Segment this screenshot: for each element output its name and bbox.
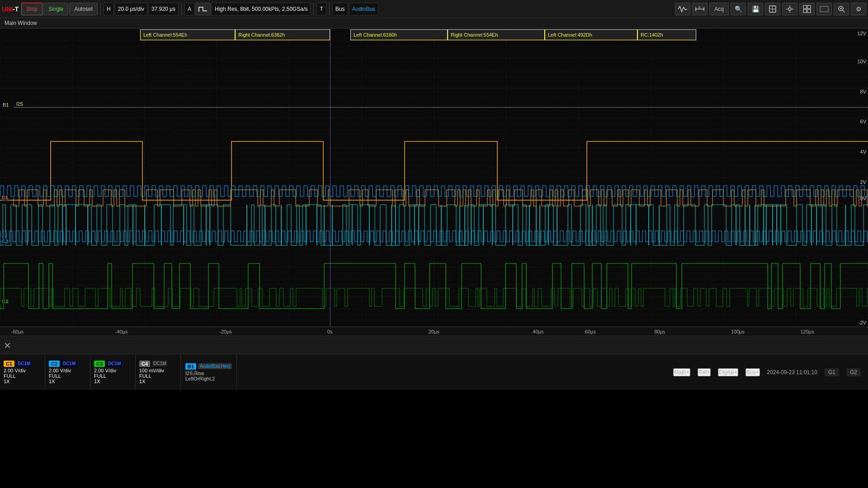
svg-line-18 <box>843 10 844 12</box>
bus-horizontal-line <box>14 107 868 108</box>
c2-info-box[interactable]: C2 DC1M 2.00 V/div FULL 1X <box>45 354 90 390</box>
zoom-in-icon[interactable] <box>834 3 849 15</box>
c4-probe: 1X <box>139 379 145 384</box>
bus-segment: Right Channel:6362h <box>235 29 330 40</box>
autoset-button[interactable]: Autoset <box>69 3 98 15</box>
time-tick-neg60: -60μs <box>11 329 24 334</box>
c1-info-box[interactable]: C1 DC1M 2.00 V/div FULL 1X <box>0 354 45 390</box>
measure-icon[interactable]: M <box>692 3 708 15</box>
time-tick-100: 100μs <box>731 329 745 334</box>
svg-point-7 <box>788 8 791 10</box>
separator-2 <box>181 3 182 15</box>
waveform-icon[interactable] <box>675 3 690 15</box>
time-tick-60: 60μs <box>585 329 596 334</box>
svg-rect-15 <box>807 9 811 13</box>
settings-icon[interactable]: ⚙ <box>851 3 866 15</box>
c3-volt-div: 2.00 V/div <box>94 368 116 373</box>
c3-coupling: DC1M <box>107 361 122 366</box>
bus-label: Bus <box>332 3 348 15</box>
toolbar: UNI-T Stop Single Autoset H 20.0 μs/div … <box>0 0 868 18</box>
svg-text:M: M <box>698 6 700 9</box>
time-tick-neg40: -40μs <box>115 329 128 334</box>
v-scale-8: 8V <box>860 89 866 94</box>
svg-rect-14 <box>803 9 807 13</box>
c1-volt-div: 2.00 V/div <box>4 368 26 373</box>
bottom-status-bar: ⨯ <box>0 336 868 354</box>
time-tick-120: 120μs <box>800 329 814 334</box>
cursor-icon[interactable] <box>765 3 780 15</box>
v-scale-6: 6V <box>860 119 866 124</box>
bus-name-value[interactable]: AudioBus <box>349 3 378 15</box>
single-button[interactable]: Single <box>43 3 68 15</box>
v-scale-10: 10V <box>857 59 866 64</box>
c3-tag: C3 <box>94 361 105 367</box>
main-window-label: Main Window <box>0 18 868 28</box>
c1-coupling: DC1M <box>16 361 32 366</box>
c3-info-box[interactable]: C3 DC1M 2.00 V/div FULL 1X <box>90 354 136 390</box>
right-info: Math+ Ref+ Digital+ Bus+ 2024-09-23 11:0… <box>673 354 868 390</box>
a-label: A <box>184 3 194 15</box>
brand-logo: UNI-T <box>2 5 19 13</box>
c4-info-box[interactable]: C4 DC1M 100 mV/div FULL 1X <box>136 354 181 390</box>
separator-4 <box>329 3 330 15</box>
h-label: H <box>104 3 114 15</box>
digital-plus-button[interactable]: Digital+ <box>718 368 738 376</box>
c4-range: FULL <box>139 373 151 379</box>
c2-tag: C2 <box>49 361 60 367</box>
save-icon[interactable]: 💾 <box>748 3 763 15</box>
ref-plus-button[interactable]: Ref+ <box>698 368 711 376</box>
brand-highlight: UNI <box>2 5 13 13</box>
trigger-shape-icon[interactable] <box>195 3 211 15</box>
b1-info-box[interactable]: B1 AudioBus(Hex) I2S,Rise LeftOrRight,2 <box>181 354 237 390</box>
c1-scope-label: C1 <box>2 195 8 200</box>
c3-range: FULL <box>94 373 106 379</box>
channel-info-bar: C1 DC1M 2.00 V/div FULL 1X C2 DC1M 2.00 … <box>0 354 868 390</box>
b1-config: LeftOrRight,2 <box>185 376 232 381</box>
g2-label[interactable]: G2 <box>846 368 861 376</box>
separator-3 <box>313 3 314 15</box>
bus-segment: Right Channel:554Eh <box>448 29 545 40</box>
b1-protocol: I2S,Rise <box>185 371 232 376</box>
c2-scope-label: C2 <box>2 239 8 244</box>
wave-canvas <box>0 28 868 327</box>
v-scale-0: 0V <box>860 196 866 201</box>
math-plus-button[interactable]: Math+ <box>673 368 690 376</box>
acq-button[interactable]: Acq <box>709 3 729 15</box>
c2-volt-div: 2.00 V/div <box>49 368 71 373</box>
v-scale-12: 12V <box>857 31 866 36</box>
bus-segment: RC:1402h <box>637 29 696 40</box>
i2s-label: I2S <box>16 102 23 107</box>
time-offset-value[interactable]: 37.920 μs <box>148 3 179 15</box>
layout-icon[interactable] <box>799 3 815 15</box>
toolbar-right: M Acq 🔍 💾 <box>675 3 866 15</box>
acq-mode-value[interactable]: High Res, 8bit, 500.00kPts, 2.50GSa/s <box>212 3 311 15</box>
c3-scope-label: C3 <box>2 299 8 304</box>
svg-rect-16 <box>820 6 828 12</box>
v-scale-2: 2V <box>860 179 866 185</box>
c4-volt-div: 100 mV/div <box>139 368 164 373</box>
bus-plus-button[interactable]: Bus+ <box>745 368 760 376</box>
bus-segment: Left Channel:554Eh <box>140 29 235 40</box>
time-axis: -60μs -40μs -20μs 0s 20μs 40μs 60μs 80μs… <box>0 327 868 336</box>
v-scale-neg2: -2V <box>859 320 866 325</box>
time-tick-0: 0s <box>327 329 333 334</box>
stop-button[interactable]: Stop <box>21 3 42 15</box>
utility-icon[interactable] <box>782 3 797 15</box>
c1-probe: 1X <box>4 379 9 384</box>
select-area-icon[interactable] <box>816 3 832 15</box>
bus-segment: Left Channel:6160h <box>350 29 448 40</box>
svg-rect-12 <box>803 5 807 9</box>
t-label: T <box>316 3 326 15</box>
datetime-label: 2024-09-23 11:01:10 <box>767 369 817 375</box>
cross-icon[interactable]: ⨯ <box>4 340 11 351</box>
time-tick-80: 80μs <box>654 329 665 334</box>
separator-1 <box>100 3 101 15</box>
time-tick-40: 40μs <box>533 329 543 334</box>
time-div-value[interactable]: 20.0 μs/div <box>115 3 147 15</box>
c1-range: FULL <box>4 373 16 379</box>
c2-coupling: DC1M <box>61 361 77 366</box>
time-tick-neg20: -20μs <box>219 329 232 334</box>
search-icon[interactable]: 🔍 <box>731 3 746 15</box>
g1-label[interactable]: G1 <box>825 368 839 376</box>
b1-tag: B1 <box>185 363 196 370</box>
